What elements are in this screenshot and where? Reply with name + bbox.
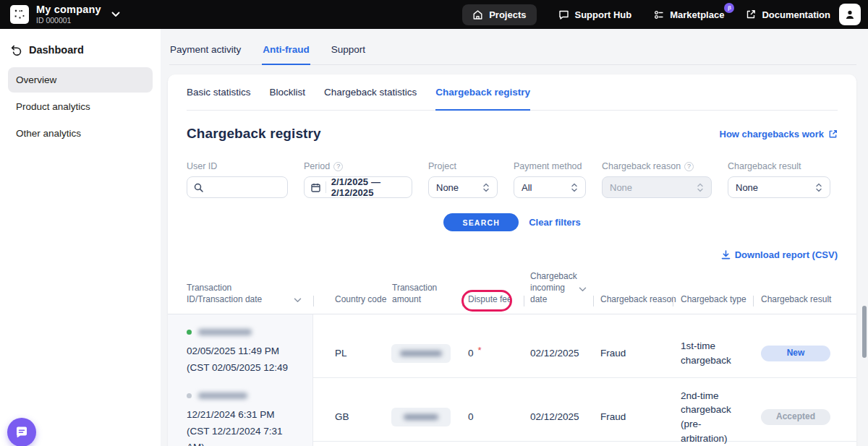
how-chargebacks-work-link[interactable]: How chargebacks work [720, 129, 838, 140]
cell-chargeback-type: 2nd-time chargeback (pre-arbitration) [673, 378, 753, 446]
tab-chargeback-statistics[interactable]: Chargeback statistics [324, 74, 417, 111]
tab-basic-statistics[interactable]: Basic statistics [187, 74, 251, 111]
clear-filters-link[interactable]: Clear filters [529, 217, 581, 228]
topbar: My company ID 000001 Projects Support Hu… [0, 0, 868, 29]
back-arrow-icon[interactable] [11, 45, 22, 56]
period-input[interactable]: 2/1/2025 — 2/12/2025 [304, 176, 412, 198]
scrollbar-thumb[interactable] [862, 306, 867, 358]
project-select[interactable]: None [428, 176, 498, 198]
nav-marketplace[interactable]: Marketplace β [653, 9, 724, 20]
sort-chevron-icon[interactable] [294, 298, 302, 303]
transaction-date: 12/21/2024 6:31 PM [187, 407, 302, 424]
user-id-input[interactable] [187, 176, 288, 198]
payment-method-select[interactable]: All [514, 176, 586, 198]
cell-chargeback-result: Accepted [753, 378, 856, 446]
status-dot-green [187, 330, 192, 335]
company-switcher-chevron-icon[interactable] [111, 12, 120, 17]
project-label: Project [428, 161, 498, 171]
cell-incoming-date: 02/12/2025 [524, 378, 593, 446]
calendar-icon [311, 183, 320, 192]
tab-chargeback-registry[interactable]: Chargeback registry [435, 74, 530, 111]
header-transaction-id[interactable]: Transaction ID/Transaction date [168, 270, 313, 314]
company-id: ID 000001 [36, 17, 101, 25]
main-content: Payment activity Anti-fraud Support Basi… [161, 29, 868, 446]
chevron-updown-icon [815, 183, 822, 192]
period-label: Period [304, 161, 330, 171]
header-dispute-fee: Dispute fee [462, 270, 524, 314]
chat-icon [558, 9, 569, 20]
period-value: 2/1/2025 — 2/12/2025 [331, 176, 405, 198]
filters-bar: User ID Period ? [187, 161, 838, 198]
user-avatar[interactable] [839, 4, 861, 25]
nav-support-hub-label: Support Hub [575, 9, 632, 20]
search-button[interactable]: SEARCH [443, 213, 519, 231]
filter-chargeback-reason: Chargeback reason ? None [602, 161, 712, 198]
redacted-amount [400, 351, 442, 356]
chevron-updown-icon [482, 183, 490, 192]
tab-support[interactable]: Support [331, 35, 366, 65]
company-name: My company [36, 4, 101, 15]
nav-documentation[interactable]: Documentation [746, 9, 830, 20]
topnav: Projects Support Hub Marketplace β [462, 4, 830, 25]
tab-blocklist[interactable]: Blocklist [270, 74, 306, 111]
help-link-label: How chargebacks work [720, 129, 825, 140]
project-select-value: None [436, 182, 459, 193]
external-link-icon [828, 129, 838, 139]
chargeback-table: Transaction ID/Transaction date Country … [168, 270, 856, 442]
redacted-transaction-id [198, 393, 247, 399]
tab-payment-activity[interactable]: Payment activity [169, 35, 242, 65]
chat-bubble-icon [14, 425, 29, 439]
nav-projects[interactable]: Projects [462, 4, 536, 25]
nav-projects-label: Projects [489, 9, 526, 20]
page-tabs: Payment activity Anti-fraud Support [169, 35, 856, 65]
chat-widget-button[interactable] [7, 418, 36, 446]
divider [326, 181, 326, 193]
table-row[interactable]: 02/05/2025 11:49 PM (CST 02/05/2025 12:4… [168, 314, 856, 378]
card-tabs: Basic statistics Blocklist Chargeback st… [187, 74, 838, 111]
sort-chevron-icon[interactable] [579, 287, 587, 292]
status-badge: New [761, 346, 830, 361]
header-country-code: Country code [313, 270, 391, 314]
header-transaction-amount: Transaction amount [391, 270, 462, 314]
help-icon[interactable]: ? [684, 162, 694, 171]
cell-chargeback-reason: Fraud [593, 378, 673, 446]
sidebar-item-other-analytics[interactable]: Other analytics [8, 121, 153, 146]
cell-transaction-amount [391, 378, 462, 446]
user-id-label: User ID [187, 161, 288, 171]
home-icon [472, 9, 483, 20]
download-report-label: Download report (CSV) [735, 249, 838, 260]
chevron-updown-icon [571, 183, 578, 192]
cell-country-code: GB [313, 378, 391, 446]
sidebar-item-product-analytics[interactable]: Product analytics [8, 94, 153, 119]
download-report-link[interactable]: Download report (CSV) [721, 249, 838, 260]
payment-method-label: Payment method [514, 161, 586, 171]
help-icon[interactable]: ? [333, 162, 343, 171]
transaction-date: 02/05/2025 11:49 PM [187, 343, 302, 360]
header-chargeback-type: Chargeback type [673, 270, 753, 314]
filter-project: Project None [428, 161, 498, 198]
header-chargeback-incoming-date[interactable]: Chargeback incoming date [524, 270, 593, 314]
company-logo-icon[interactable] [10, 5, 29, 24]
cell-transaction: 12/21/2024 6:31 PM (CST 12/21/2024 7:31 … [168, 378, 313, 446]
table-row[interactable]: 12/21/2024 6:31 PM (CST 12/21/2024 7:31 … [168, 378, 856, 442]
page-title: Chargeback registry [187, 126, 321, 142]
redacted-amount [404, 414, 438, 420]
sidebar-title-label: Dashboard [29, 44, 84, 56]
dispute-fee-asterisk: * [478, 344, 482, 358]
sidebar: Dashboard Overview Product analytics Oth… [0, 29, 161, 446]
cell-dispute-fee: 0 [462, 378, 524, 446]
tab-anti-fraud[interactable]: Anti-fraud [262, 35, 310, 65]
filter-payment-method: Payment method All [514, 161, 586, 198]
company-block: My company ID 000001 [36, 4, 101, 25]
download-icon [721, 250, 731, 260]
external-link-icon [746, 9, 756, 20]
chargeback-result-select[interactable]: None [728, 176, 830, 198]
nav-support-hub[interactable]: Support Hub [558, 9, 632, 20]
filter-chargeback-result: Chargeback result None [728, 161, 830, 198]
chargeback-reason-select-value: None [610, 182, 632, 193]
marketplace-badge: β [724, 3, 734, 13]
chargeback-result-label: Chargeback result [728, 161, 830, 171]
payment-method-select-value: All [522, 182, 532, 193]
sidebar-item-overview[interactable]: Overview [8, 67, 153, 93]
search-icon [194, 183, 203, 192]
